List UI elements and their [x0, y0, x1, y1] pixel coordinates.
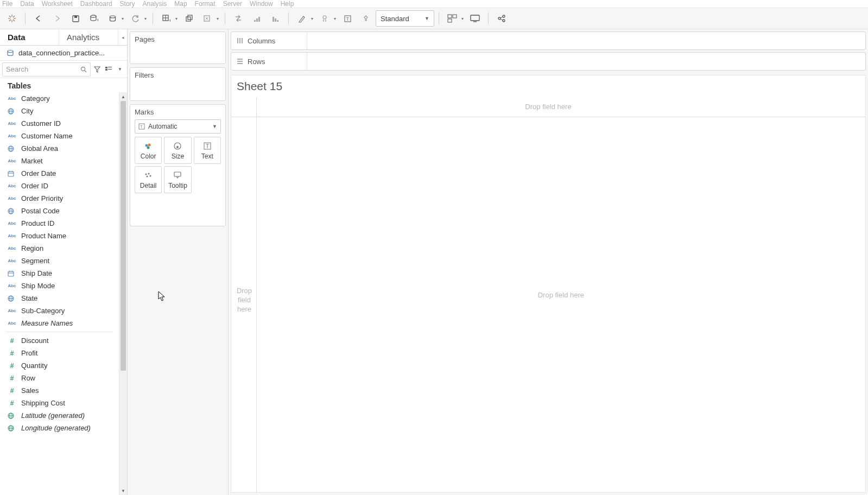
svg-rect-23 — [256, 18, 258, 22]
sheet-title[interactable]: Sheet 15 — [231, 75, 865, 97]
filters-shelf[interactable]: Filters — [130, 67, 226, 101]
field-segment[interactable]: AbcSegment — [0, 255, 119, 267]
scroll-thumb[interactable] — [121, 101, 126, 371]
field-state[interactable]: State — [0, 292, 119, 304]
new-datasource-button[interactable]: + — [85, 10, 103, 27]
field-ship-date[interactable]: Ship Date — [0, 267, 119, 280]
menu-window[interactable]: Window — [250, 0, 273, 8]
dropdown-caret-icon[interactable]: ▾ — [215, 16, 220, 21]
scroll-down-icon[interactable]: ▼ — [119, 486, 127, 495]
field-global-area[interactable]: Global Area — [0, 142, 119, 155]
tab-data[interactable]: Data — [0, 29, 59, 45]
fields-scrollbar[interactable]: ▲ ▼ — [119, 92, 127, 495]
duplicate-button[interactable] — [180, 10, 198, 27]
marks-color-button[interactable]: Color — [135, 137, 162, 164]
field-sub-category[interactable]: AbcSub-Category — [0, 304, 119, 317]
menu-server[interactable]: Server — [223, 0, 242, 8]
field-shipping-cost[interactable]: #Shipping Cost — [0, 397, 119, 409]
back-button[interactable] — [30, 10, 47, 27]
field-profit[interactable]: #Profit — [0, 347, 119, 359]
field-category[interactable]: AbcCategory — [0, 92, 119, 105]
field-longitude-generated-[interactable]: Longitude (generated) — [0, 422, 119, 434]
visualization-canvas[interactable]: Sheet 15 Drop field here Dropfieldhere D… — [231, 75, 866, 493]
marks-detail-button[interactable]: Detail — [135, 166, 162, 193]
dropdown-caret-icon[interactable]: ▾ — [309, 16, 315, 21]
field-region[interactable]: AbcRegion — [0, 242, 119, 255]
menu-data[interactable]: Data — [20, 0, 34, 8]
swap-button[interactable] — [230, 10, 247, 27]
svg-rect-22 — [254, 20, 256, 22]
clear-button[interactable] — [199, 10, 216, 27]
labels-button[interactable]: T — [339, 10, 356, 27]
scroll-up-icon[interactable]: ▲ — [119, 92, 127, 101]
dropdown-caret-icon[interactable]: ▾ — [174, 16, 179, 21]
forward-button[interactable] — [48, 10, 66, 27]
rows-shelf[interactable]: Rows — [231, 52, 866, 71]
field-row[interactable]: #Row — [0, 372, 119, 384]
dropdown-caret-icon[interactable]: ▾ — [332, 16, 338, 21]
field-quantity[interactable]: #Quantity — [0, 359, 119, 372]
mark-type-select[interactable]: T Automatic ▼ — [135, 119, 221, 134]
menu-file[interactable]: File — [2, 0, 12, 8]
sort-desc-button[interactable] — [267, 10, 284, 27]
field-order-priority[interactable]: AbcOrder Priority — [0, 192, 119, 205]
field-measure-names[interactable]: AbcMeasure Names — [0, 317, 119, 329]
field-product-name[interactable]: AbcProduct Name — [0, 230, 119, 242]
new-worksheet-button[interactable]: + — [157, 10, 175, 27]
menu-dashboard[interactable]: Dashboard — [80, 0, 112, 8]
menu-worksheet[interactable]: Worksheet — [42, 0, 73, 8]
dropdown-caret-icon[interactable]: ▼ — [115, 63, 125, 76]
highlight-button[interactable] — [293, 10, 311, 27]
menu-bar: File Data Worksheet Dashboard Story Anal… — [0, 0, 868, 8]
field-market[interactable]: AbcMarket — [0, 155, 119, 167]
presentation-button[interactable] — [466, 10, 484, 27]
filters-label: Filters — [135, 71, 221, 79]
field-latitude-generated-[interactable]: Latitude (generated) — [0, 409, 119, 422]
marks-drop-zone[interactable] — [135, 193, 221, 220]
filter-icon[interactable] — [92, 63, 102, 76]
field-customer-id[interactable]: AbcCustomer ID — [0, 117, 119, 130]
tab-analytics[interactable]: Analytics — [59, 29, 118, 45]
field-order-id[interactable]: AbcOrder ID — [0, 180, 119, 192]
columns-label: Columns — [248, 37, 275, 45]
save-button[interactable] — [67, 10, 84, 27]
marks-tooltip-button[interactable]: Tooltip — [164, 166, 191, 193]
pane-menu-icon[interactable]: ◂ — [118, 29, 127, 45]
tableau-logo-icon[interactable] — [3, 10, 21, 27]
menu-map[interactable]: Map — [174, 0, 187, 8]
field-discount[interactable]: #Discount — [0, 334, 119, 347]
search-input[interactable]: Search — [2, 62, 91, 77]
share-button[interactable] — [493, 10, 510, 27]
menu-format[interactable]: Format — [195, 0, 216, 8]
field-sales[interactable]: #Sales — [0, 384, 119, 397]
field-product-id[interactable]: AbcProduct ID — [0, 217, 119, 230]
menu-analysis[interactable]: Analysis — [143, 0, 167, 8]
menu-help[interactable]: Help — [281, 0, 294, 8]
dropdown-caret-icon[interactable]: ▾ — [460, 16, 465, 21]
view-list-icon[interactable] — [104, 63, 113, 76]
show-me-button[interactable] — [443, 10, 461, 27]
sort-asc-button[interactable] — [248, 10, 265, 27]
pause-updates-button[interactable] — [104, 10, 121, 27]
field-ship-mode[interactable]: AbcShip Mode — [0, 280, 119, 292]
fields-list: AbcCategoryCityAbcCustomer IDAbcCustomer… — [0, 92, 119, 495]
datasource-row[interactable]: data_connection_practice... — [0, 46, 127, 61]
pages-shelf[interactable]: Pages — [130, 31, 226, 64]
marks-text-button[interactable]: T Text — [194, 137, 221, 164]
field-customer-name[interactable]: AbcCustomer Name — [0, 130, 119, 142]
field-city[interactable]: City — [0, 105, 119, 117]
marks-size-button[interactable]: Size — [164, 137, 191, 164]
dropdown-caret-icon[interactable]: ▾ — [120, 16, 125, 21]
group-button[interactable] — [316, 10, 333, 27]
refresh-button[interactable] — [126, 10, 144, 27]
fit-mode-select[interactable]: Standard ▼ — [376, 10, 434, 27]
menu-story[interactable]: Story — [120, 0, 135, 8]
svg-point-84 — [147, 175, 148, 177]
pin-button[interactable] — [357, 10, 375, 27]
svg-rect-32 — [448, 19, 452, 22]
field-postal-code[interactable]: Postal Code — [0, 205, 119, 217]
pages-label: Pages — [135, 35, 221, 43]
dropdown-caret-icon[interactable]: ▾ — [143, 16, 148, 21]
field-order-date[interactable]: Order Date — [0, 167, 119, 180]
columns-shelf[interactable]: Columns — [231, 31, 866, 50]
